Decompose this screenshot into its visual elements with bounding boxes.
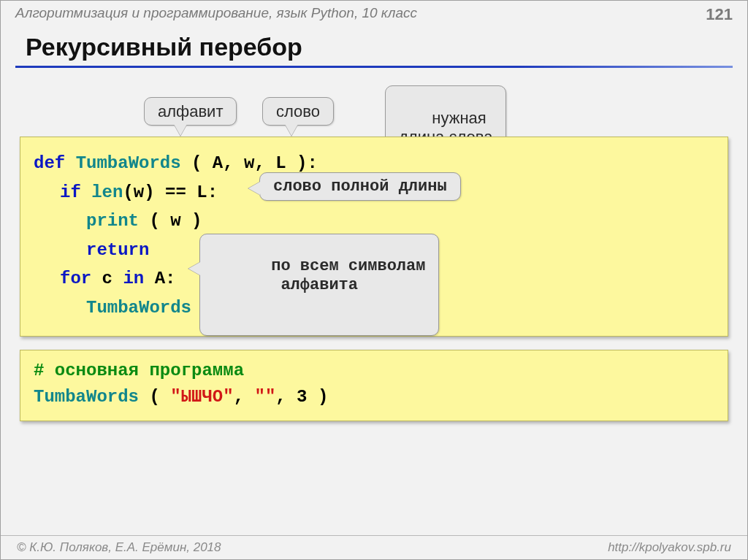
kw-in: in	[123, 269, 154, 288]
for-iter: A:	[155, 269, 176, 288]
call-end: , 3 )	[275, 387, 328, 407]
param-callouts-row: алфавит слово нужная длина слова	[20, 85, 728, 137]
callout-word-text: слово	[276, 102, 320, 120]
callout-full-word-text: слово полной длины	[273, 177, 447, 196]
code-call: TumbaWords ( "ЫШЧО", "", 3 )	[34, 384, 714, 410]
comment-text: # основная программа	[34, 361, 244, 380]
kw-def: def	[34, 153, 65, 173]
page-number: 121	[706, 5, 733, 24]
fn-len: len	[91, 183, 123, 202]
slide-content: алфавит слово нужная длина слова def Tum…	[1, 85, 747, 421]
kw-for: for	[60, 269, 102, 288]
slide-footer: © К.Ю. Поляков, Е.А. Ерёмин, 2018 http:/…	[1, 535, 747, 559]
copyright: © К.Ю. Поляков, Е.А. Ерёмин, 2018	[17, 540, 221, 555]
callout-tail-icon	[248, 182, 260, 195]
callout-tail-icon	[174, 124, 187, 136]
fn-call: TumbaWords	[34, 387, 139, 407]
title-underline	[15, 66, 733, 68]
fn-recurse: TumbaWords	[86, 298, 191, 318]
print-arg: ( w )	[139, 211, 202, 231]
kw-if: if	[60, 183, 91, 202]
fn-params: ( A, w, L ):	[181, 153, 318, 173]
for-var: c	[102, 269, 123, 288]
callout-alphabet: алфавит	[144, 97, 237, 126]
code-block-main-call: # основная программа TumbaWords ( "ЫШЧО"…	[20, 350, 728, 421]
call-sep1: ,	[234, 387, 255, 407]
slide-title: Рекурсивный перебор	[1, 27, 747, 66]
if-cond: (w) == L:	[123, 183, 218, 202]
callout-tail-icon	[188, 262, 200, 275]
callout-loop: по всем символам алфавита	[199, 234, 439, 336]
code-line-print: print ( w )	[34, 207, 714, 236]
slide-header: Алгоритмизация и программирование, язык …	[1, 1, 747, 27]
callout-alphabet-text: алфавит	[158, 102, 223, 120]
kw-return: return	[86, 240, 149, 260]
subject-line: Алгоритмизация и программирование, язык …	[15, 5, 417, 21]
call-str1: "ЫШЧО"	[170, 387, 233, 407]
callout-word: слово	[262, 97, 334, 126]
call-open: (	[139, 387, 170, 407]
fn-name: TumbaWords	[76, 153, 181, 173]
call-str2: ""	[254, 387, 275, 407]
callout-tail-icon	[285, 124, 298, 136]
code-comment: # основная программа	[34, 358, 714, 384]
callout-loop-text: по всем символам алфавита	[271, 257, 425, 294]
footer-url[interactable]: http://kpolyakov.spb.ru	[608, 540, 731, 555]
callout-full-word: слово полной длины	[259, 172, 461, 201]
code-block-main: def TumbaWords ( A, w, L ): if len(w) ==…	[20, 137, 728, 337]
fn-print: print	[86, 211, 139, 231]
